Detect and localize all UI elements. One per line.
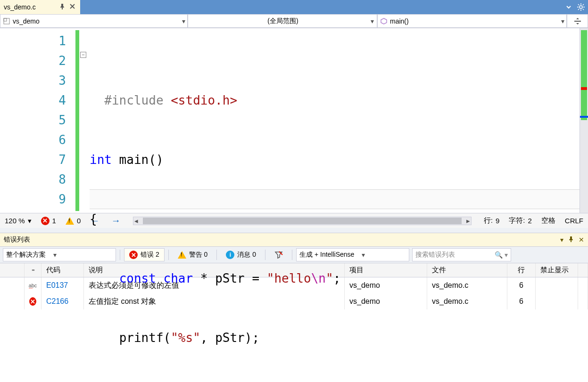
split-editor-button[interactable] — [567, 14, 588, 28]
svg-point-0 — [580, 6, 582, 8]
svg-line-5 — [578, 4, 579, 5]
warning-icon — [178, 251, 186, 259]
intellisense-icon: abc〰 — [29, 283, 37, 288]
method-icon — [381, 18, 387, 24]
outline-margin[interactable]: − — [79, 28, 90, 213]
line-number-gutter: 123456789 — [0, 28, 75, 213]
error-icon: ✕ — [29, 297, 36, 306]
navigation-bar: vs_demo ▾ (全局范围) ▾ main() ▾ — [0, 14, 588, 28]
svg-line-8 — [583, 4, 584, 5]
scroll-right-icon: ▸ — [466, 217, 470, 225]
chevron-down-icon: ▾ — [182, 18, 185, 24]
nav-scope-text: (全局范围) — [267, 17, 298, 25]
zoom-dropdown[interactable]: 120 %▾ — [5, 217, 32, 225]
chevron-down-icon: ▾ — [53, 251, 57, 259]
status-warnings[interactable]: 0 — [66, 217, 81, 225]
change-indicator — [75, 30, 79, 211]
nav-member-dropdown[interactable]: main() ▾ — [377, 14, 567, 28]
chevron-down-icon[interactable] — [565, 4, 572, 10]
column-header-code[interactable]: 代码 — [41, 263, 84, 277]
panel-title-text: 错误列表 — [4, 236, 30, 244]
document-tab-active[interactable]: vs_demo.c — [0, 0, 80, 14]
svg-rect-10 — [4, 18, 7, 21]
svg-line-7 — [578, 9, 579, 10]
pin-icon[interactable] — [59, 4, 66, 10]
nav-project-dropdown[interactable]: vs_demo ▾ — [0, 14, 188, 28]
chevron-down-icon: ▾ — [371, 18, 374, 24]
code-surface[interactable]: #include <stdio.h> int main() { const ch… — [90, 28, 588, 213]
column-header-severity[interactable]: ••• — [25, 263, 41, 277]
document-tab-filename: vs_demo.c — [4, 3, 56, 11]
horizontal-scrollbar[interactable]: ◂▸ — [133, 217, 472, 225]
chevron-down-icon: ▾ — [28, 217, 32, 225]
status-errors[interactable]: ✕1 — [41, 217, 56, 225]
nav-project-text: vs_demo — [13, 17, 40, 25]
chevron-down-icon: ▾ — [561, 18, 564, 24]
scroll-left-icon: ◂ — [134, 217, 138, 225]
nav-scope-dropdown[interactable]: (全局范围) ▾ — [188, 14, 377, 28]
fold-toggle-icon[interactable]: − — [80, 52, 86, 58]
gear-icon[interactable] — [577, 3, 585, 11]
project-icon — [3, 18, 10, 24]
document-tab-bar: vs_demo.c — [0, 0, 588, 14]
close-icon[interactable]: ✕ — [579, 236, 584, 243]
vertical-scrollbar[interactable] — [580, 28, 588, 213]
warning-icon — [66, 217, 74, 225]
window-position-icon[interactable]: ▾ — [560, 236, 563, 243]
svg-line-6 — [583, 9, 584, 10]
panel-title-bar[interactable]: 错误列表 ▾ ✕ — [0, 233, 588, 246]
current-line-highlight — [90, 189, 580, 209]
error-icon: ✕ — [41, 217, 50, 225]
nav-member-text: main() — [390, 17, 409, 25]
close-icon[interactable] — [70, 4, 76, 10]
code-editor[interactable]: 123456789 − #include <stdio.h> int main(… — [0, 28, 588, 213]
auto-hide-icon[interactable] — [568, 236, 574, 243]
